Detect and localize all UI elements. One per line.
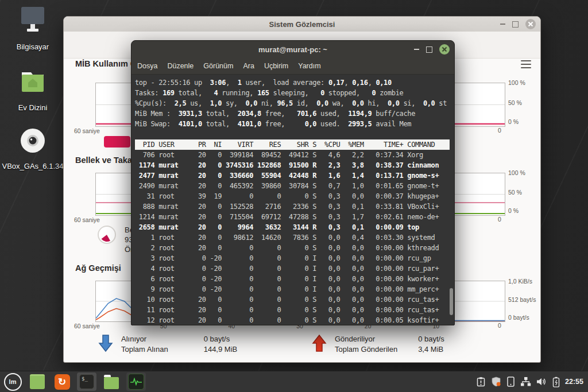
desktop-icon-label: Bilgisayar	[17, 42, 49, 51]
terminal-menubar: Dosya Düzenle Görünüm Ara Uçbirim Yardım	[131, 58, 454, 75]
cpu-y-100: 100 %	[508, 79, 525, 86]
terminal-window-button[interactable]: $_	[77, 372, 96, 391]
mint-menu-icon: lm	[4, 373, 22, 391]
process-row: 1174 murat 20 0 3745316 152868 91500 R 2…	[135, 160, 454, 170]
network-icon[interactable]	[520, 377, 531, 387]
system-monitor-titlebar[interactable]: Sistem Gözlemcisi	[64, 17, 540, 32]
computer-icon	[1, 6, 64, 37]
maximize-button[interactable]	[426, 46, 432, 53]
window-title: murat@murat-pc: ~	[131, 45, 454, 54]
net-y-mid: 512 bayt/s	[508, 296, 536, 303]
net-y-0: 0 bayt/s	[508, 314, 529, 321]
taskbar-launchers: lm ↻ $_	[0, 372, 146, 391]
terminal-scrollbar[interactable]	[449, 75, 453, 323]
minimize-button[interactable]	[414, 49, 419, 50]
system-monitor-icon	[128, 374, 144, 390]
system-monitor-window-button[interactable]	[126, 372, 146, 391]
receive-stats: Alınıyor Toplam Alınan 0 bayt/s 144,9 Mi…	[98, 334, 237, 355]
menu-icon[interactable]	[521, 60, 531, 68]
cpu-legend-swatch	[104, 136, 130, 148]
firefox-icon: ↻	[55, 374, 70, 390]
process-row: 3 root 0 -20 0 0 0 I 0,0 0,0 0:00.00 rcu…	[135, 253, 454, 263]
receive-values: 0 bayt/s 144,9 MiB	[204, 334, 238, 354]
menu-help[interactable]: Yardım	[298, 62, 320, 70]
send-values: 0 bayt/s 3,4 MiB	[418, 334, 444, 354]
top-summary: top - 22:55:16 up 3:06, 1 user, load ave…	[135, 77, 454, 129]
process-row: 2477 murat 20 0 336660 55904 42448 R 1,6…	[135, 170, 454, 181]
process-row: 6 root 0 -20 0 0 0 I 0,0 0,0 0:00.00 kwo…	[135, 274, 454, 284]
menu-view[interactable]: Görünüm	[203, 62, 233, 70]
files-launcher[interactable]	[102, 372, 121, 391]
process-row: 1 root 20 0 98612 14620 7836 S 0,0 0,4 0…	[135, 232, 454, 243]
network-history-heading: Ağ Geçmişi	[75, 263, 121, 273]
close-button[interactable]	[439, 44, 450, 55]
menu-terminal[interactable]: Uçbirim	[264, 62, 288, 70]
process-row: 888 murat 20 0 152528 2716 2336 S 0,3 0,…	[135, 201, 454, 212]
show-desktop-icon	[30, 374, 45, 389]
home-folder-icon	[1, 68, 64, 98]
mem-y-50: 50 %	[508, 189, 522, 196]
show-desktop-button[interactable]	[28, 372, 47, 391]
process-table: 706 root 20 0 399184 89452 49412 S 4,6 2…	[135, 150, 454, 325]
desktop-icon-label: VBox_GAs_6.1.34	[2, 162, 64, 170]
process-row: 706 root 20 0 399184 89452 49412 S 4,6 2…	[135, 150, 454, 160]
terminal-titlebar[interactable]: murat@murat-pc: ~	[131, 41, 454, 59]
device-icon[interactable]	[506, 377, 515, 387]
clock[interactable]: 22:55	[565, 378, 583, 386]
volume-icon[interactable]	[536, 377, 547, 387]
close-button[interactable]	[525, 19, 536, 29]
memory-pie-icon	[97, 225, 117, 254]
process-table-header: PID USER PR NI VIRT RES SHR S %CPU %MEM …	[135, 139, 450, 150]
maximize-button[interactable]	[512, 21, 519, 28]
desktop-icon-label: Ev Dizini	[18, 103, 48, 112]
send-labels: Gönderiliyor Toplam Gönderilen	[335, 334, 397, 354]
terminal-content[interactable]: top - 22:55:16 up 3:06, 1 user, load ave…	[131, 74, 454, 325]
desktop: Bilgisayar Ev Dizini VBox_GAs_6.1.34 Sis…	[0, 0, 588, 392]
net-y-top: 1,0 KiB/s	[508, 278, 532, 285]
shield-icon[interactable]	[491, 377, 501, 387]
firefox-launcher[interactable]: ↻	[52, 372, 72, 391]
process-row: 11 root 20 0 0 0 0 S 0,0 0,0 0:00.00 rcu…	[135, 305, 454, 315]
top-summary-line: top - 22:55:16 up 3:06, 1 user, load ave…	[135, 77, 454, 88]
mem-x-origin: 0	[498, 216, 501, 223]
process-row: 2 root 20 0 0 0 0 S 0,0 0,0 0:00.00 kthr…	[135, 243, 454, 253]
cpu-x-origin: 0	[498, 127, 501, 134]
terminal-icon: $_	[79, 374, 94, 389]
upload-arrow-icon	[312, 334, 327, 355]
clipboard-icon[interactable]	[476, 377, 486, 387]
process-row: 4 root 0 -20 0 0 0 I 0,0 0,0 0:00.00 rcu…	[135, 263, 454, 274]
desktop-icon-home[interactable]: Ev Dizini	[1, 68, 64, 112]
send-stats: Gönderiliyor Toplam Gönderilen 0 bayt/s …	[312, 334, 444, 355]
terminal-window: murat@murat-pc: ~ Dosya Düzenle Görünüm …	[131, 40, 455, 325]
top-summary-line: MiB Mem : 3931,3 total, 2034,8 free, 701…	[135, 108, 454, 119]
window-title: Sistem Gözlemcisi	[64, 20, 540, 29]
process-row: 12 root 20 0 0 0 0 S 0,0 0,0 0:00.05 kso…	[135, 315, 454, 325]
top-summary-line: %Cpu(s): 2,5 us, 1,0 sy, 0,0 ni, 96,5 id…	[135, 98, 454, 108]
menu-edit[interactable]: Düzenle	[167, 62, 194, 70]
cpu-y-50: 50 %	[508, 99, 522, 106]
system-tray: 22:55	[476, 377, 588, 387]
menu-file[interactable]: Dosya	[137, 62, 157, 70]
download-arrow-icon	[98, 334, 113, 355]
mem-y-100: 100 %	[508, 169, 525, 176]
desktop-icon-computer[interactable]: Bilgisayar	[1, 6, 64, 52]
mint-menu-button[interactable]: lm	[3, 372, 22, 391]
mem-x-unit: 60 saniye	[74, 216, 100, 223]
scrollbar-thumb[interactable]	[450, 288, 453, 315]
cpu-y-0: 0 %	[508, 118, 519, 125]
mem-y-0: 0 %	[508, 207, 519, 214]
minimize-button[interactable]	[500, 24, 505, 25]
menu-search[interactable]: Ara	[243, 62, 254, 70]
taskbar: lm ↻ $_	[0, 371, 588, 392]
desktop-icon-vbox-cd[interactable]: VBox_GAs_6.1.34	[1, 127, 64, 171]
process-row: 9 root 0 -20 0 0 0 I 0,0 0,0 0:00.00 mm_…	[135, 284, 454, 294]
battery-icon[interactable]	[552, 377, 560, 387]
process-row: 10 root 20 0 0 0 0 S 0,0 0,0 0:00.00 rcu…	[135, 294, 454, 305]
process-row: 2658 murat 20 0 9964 3632 3144 R 0,3 0,1…	[135, 222, 454, 232]
receive-labels: Alınıyor Toplam Alınan	[121, 334, 168, 354]
process-row: 31 root 39 19 0 0 0 S 0,3 0,0 0:00.37 kh…	[135, 191, 454, 201]
top-summary-line: MiB Swap: 4101,0 total, 4101,0 free, 0,0…	[135, 119, 454, 129]
process-row: 2490 murat 20 0 465392 39860 30784 S 0,7…	[135, 181, 454, 191]
cpu-x-unit: 60 saniye	[74, 127, 100, 134]
top-summary-line: Tasks: 169 total, 4 running, 165 sleepin…	[135, 88, 454, 98]
